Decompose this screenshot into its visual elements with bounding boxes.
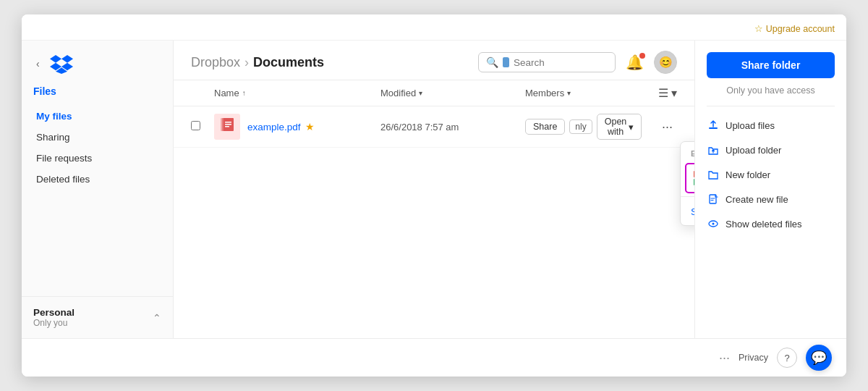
sidebar-top: ‹ [22,41,173,83]
footer-more-button[interactable]: ··· [719,350,730,366]
breadcrumb-separator: › [244,55,249,70]
account-name: Personal [33,307,75,318]
sort-by-members-button[interactable]: Members ▾ [525,88,571,98]
svg-rect-7 [709,127,718,129]
sort-arrow-name: ↑ [242,89,246,97]
sidebar-bottom: Personal Only you ⌃ [22,296,173,338]
search-folder-icon [503,57,509,67]
view-toggle-button[interactable]: ☰ ▾ [658,86,677,100]
new-folder-label: New folder [726,169,770,180]
sidebar-item-deleted-files[interactable]: Deleted files [22,169,173,190]
avatar-icon: 😊 [659,56,673,69]
breadcrumb: Dropbox › Documents [191,55,324,70]
context-menu-item-smallpdf[interactable]: Smallpdf [685,163,694,193]
file-members: Share nly Open with ▾ [525,114,641,140]
file-star-button[interactable]: ★ [305,121,315,133]
access-note: Only you have access [707,85,835,96]
file-modified: 26/6/2018 7:57 am [380,122,525,133]
svg-point-10 [712,223,715,225]
col-modified-header: Modified ▾ [380,88,525,98]
show-deleted-files-icon [707,217,720,230]
topbar: ☆ Upgrade account [22,14,846,41]
new-folder-icon [707,168,720,181]
upload-files-action[interactable]: Upload files [707,117,835,134]
sort-by-modified-button[interactable]: Modified ▾ [380,88,422,98]
content-header: Dropbox › Documents 🔍 🔔 😊 [174,41,694,80]
account-sub: Only you [33,318,75,328]
header-right: 🔍 🔔 😊 [478,51,677,74]
sort-by-name-button[interactable]: Name ↑ [214,88,246,98]
right-panel: Share folder Only you have access Upload… [694,41,846,338]
footer: ··· Privacy ? 💬 [22,338,846,377]
file-thumbnail [214,114,240,140]
show-deleted-files-label: Show deleted files [726,219,802,230]
context-menu: EDIT Smallpdf [680,141,694,226]
footer-help-button[interactable]: ? [777,348,797,368]
upload-folder-label: Upload folder [726,145,781,156]
file-checkbox[interactable] [191,121,214,133]
avatar[interactable]: 😊 [654,51,677,74]
table-row: example.pdf ★ 26/6/2018 7:57 am Share nl… [174,106,694,148]
sidebar-collapse-button[interactable]: ‹ [33,56,43,71]
privacy-link[interactable]: Privacy [739,353,768,363]
search-bar[interactable]: 🔍 [478,52,616,72]
upgrade-label: Upgrade account [766,24,835,34]
star-icon: ☆ [754,23,763,34]
footer-chat-button[interactable]: 💬 [806,345,832,371]
account-toggle-button[interactable]: ⌃ [153,312,161,324]
file-name-link[interactable]: example.pdf [247,122,301,133]
col-name-header: Name ↑ [214,88,380,98]
file-name-area: example.pdf ★ [247,121,380,133]
share-folder-button[interactable]: Share folder [707,52,835,78]
breadcrumb-current: Documents [253,55,324,70]
col-name-label: Name [214,88,239,98]
notification-dot [639,53,645,59]
upload-folder-action[interactable]: Upload folder [707,141,835,159]
create-new-file-label: Create new file [726,194,788,205]
svg-rect-5 [225,124,231,125]
context-menu-item-feedback[interactable]: Send feedback [681,200,694,224]
share-button[interactable]: Share [525,119,565,135]
open-with-button[interactable]: Open with ▾ [597,114,642,140]
upgrade-link[interactable]: ☆ Upgrade account [754,23,835,34]
file-checkbox-input[interactable] [191,121,200,130]
sidebar-item-file-requests[interactable]: File requests [22,148,173,169]
sidebar: ‹ Files My files Sharing File requests [22,41,174,338]
search-input[interactable] [514,57,608,68]
only-badge: nly [569,119,592,134]
context-menu-label: EDIT [681,147,694,161]
upload-folder-icon [707,143,720,156]
col-members-label: Members [525,88,564,98]
create-new-file-icon [707,193,720,206]
sort-arrow-modified: ▾ [419,89,422,97]
new-folder-action[interactable]: New folder [707,166,835,183]
notifications-button[interactable]: 🔔 [623,52,647,72]
app-window: ☆ Upgrade account ‹ Files [22,14,846,377]
col-modified-label: Modified [380,88,416,98]
search-icon: 🔍 [486,56,498,68]
svg-rect-4 [225,122,231,123]
breadcrumb-parent[interactable]: Dropbox [191,55,240,70]
content: Dropbox › Documents 🔍 🔔 😊 [174,41,694,338]
upload-files-label: Upload files [726,120,775,131]
upload-files-icon [707,119,720,132]
create-new-file-action[interactable]: Create new file [707,190,835,208]
sidebar-nav: My files Sharing File requests Deleted f… [22,103,173,193]
context-menu-divider [681,196,694,197]
sidebar-account: Personal Only you [33,307,75,328]
col-actions-header: ☰ ▾ [641,86,677,100]
col-members-header: Members ▾ [525,88,641,98]
sort-arrow-members: ▾ [567,89,571,97]
open-with-arrow: ▾ [629,122,634,133]
smallpdf-icon [692,169,694,187]
main-area: ‹ Files My files Sharing File requests [22,41,846,338]
file-more-area: ··· [641,118,677,136]
context-menu-section: EDIT Smallpdf [681,142,694,225]
sidebar-item-sharing[interactable]: Sharing [22,127,173,148]
show-deleted-files-action[interactable]: Show deleted files [707,215,835,232]
chat-icon: 💬 [811,350,827,366]
file-list-header: Name ↑ Modified ▾ Members ▾ [174,80,694,106]
right-panel-divider [707,106,835,106]
sidebar-item-my-files[interactable]: My files [22,106,173,127]
file-more-button[interactable]: ··· [641,118,677,136]
